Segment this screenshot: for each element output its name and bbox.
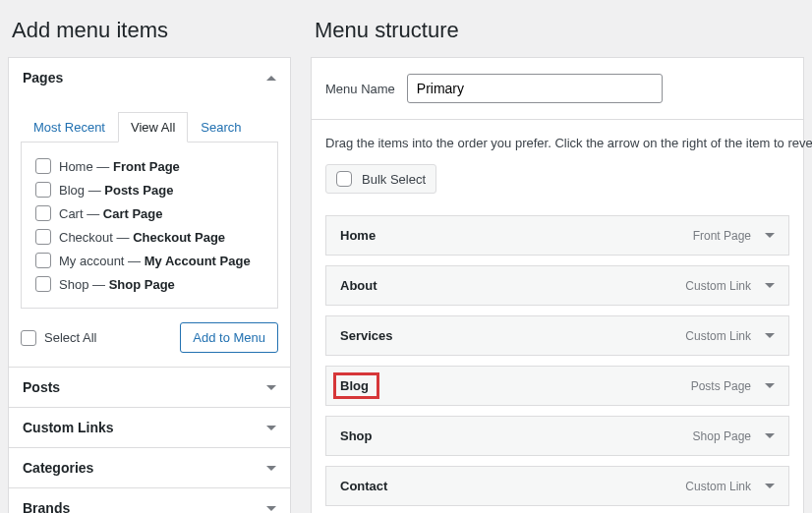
accordion-brands[interactable]: Brands [9, 488, 290, 513]
chevron-down-icon [266, 506, 276, 511]
add-items-heading: Add menu items [8, 0, 291, 57]
menu-item-about[interactable]: About Custom Link [325, 265, 789, 306]
checkbox[interactable] [336, 171, 352, 187]
page-row[interactable]: Shop — Shop Page [35, 272, 263, 296]
page-row[interactable]: Cart — Cart Page [35, 201, 263, 225]
bulk-select[interactable]: Bulk Select [325, 164, 436, 194]
accordion-container: Pages Most Recent View All Search Home —… [8, 57, 291, 513]
checkbox[interactable] [35, 253, 51, 268]
drag-hint: Drag the items into the order you prefer… [325, 136, 789, 150]
menu-name-input[interactable] [407, 74, 663, 103]
accordion-pages[interactable]: Pages [9, 58, 290, 97]
add-to-menu-button[interactable]: Add to Menu [180, 322, 278, 353]
checkbox[interactable] [35, 205, 51, 221]
menu-name-row: Menu Name [311, 57, 804, 119]
chevron-up-icon [266, 76, 276, 81]
chevron-down-icon [266, 426, 276, 430]
page-row[interactable]: Checkout — Checkout Page [35, 225, 263, 249]
accordion-links-label: Custom Links [23, 420, 114, 435]
accordion-pages-body: Most Recent View All Search Home — Front… [9, 111, 290, 367]
chevron-down-icon[interactable] [765, 484, 775, 488]
checkbox[interactable] [35, 276, 51, 292]
chevron-down-icon[interactable] [765, 383, 775, 388]
checkbox[interactable] [21, 330, 36, 346]
accordion-cats-label: Categories [23, 460, 93, 476]
chevron-down-icon[interactable] [765, 283, 775, 288]
checkbox[interactable] [35, 182, 51, 198]
menu-item-shop[interactable]: Shop Shop Page [325, 416, 789, 456]
menu-item-home[interactable]: Home Front Page [325, 215, 789, 256]
page-row[interactable]: My account — My Account Page [35, 249, 263, 272]
accordion-custom-links[interactable]: Custom Links [9, 408, 290, 447]
tab-most-recent[interactable]: Most Recent [21, 112, 118, 142]
chevron-down-icon [266, 466, 276, 471]
select-all-label: Select All [44, 330, 96, 345]
chevron-down-icon[interactable] [765, 333, 775, 338]
select-all-row[interactable]: Select All [21, 326, 96, 350]
menu-item-contact[interactable]: Contact Custom Link [325, 466, 789, 506]
menu-structure-heading: Menu structure [311, 0, 804, 57]
menu-item-services[interactable]: Services Custom Link [325, 315, 789, 356]
accordion-posts[interactable]: Posts [9, 368, 290, 407]
page-row[interactable]: Home — Front Page [35, 154, 263, 178]
tab-search[interactable]: Search [188, 112, 254, 142]
tab-view-all[interactable]: View All [118, 112, 188, 142]
accordion-brands-label: Brands [23, 500, 70, 513]
chevron-down-icon [266, 385, 276, 390]
chevron-down-icon[interactable] [765, 433, 775, 438]
accordion-categories[interactable]: Categories [9, 448, 290, 487]
accordion-posts-label: Posts [23, 379, 60, 395]
checkbox[interactable] [35, 158, 51, 174]
menu-name-label: Menu Name [325, 82, 395, 96]
menu-item-blog[interactable]: Blog Posts Page [325, 366, 789, 406]
page-row[interactable]: Blog — Posts Page [35, 178, 263, 201]
checkbox[interactable] [35, 229, 51, 245]
accordion-pages-label: Pages [23, 70, 63, 86]
chevron-down-icon[interactable] [765, 233, 775, 238]
bulk-select-label: Bulk Select [362, 172, 426, 187]
